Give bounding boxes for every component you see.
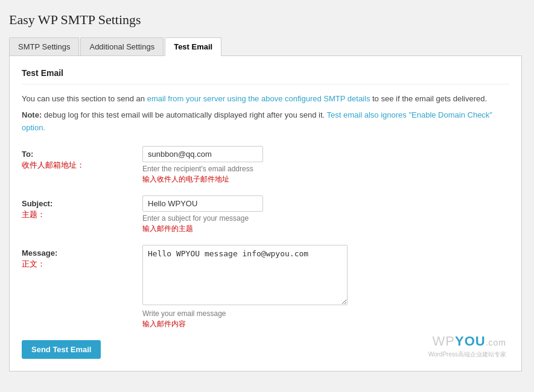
info-paragraph-1: You can use this section to send an emai… [22, 93, 509, 106]
message-label-zh: 正文： [22, 259, 142, 270]
brand-sub: WordPress高端企业建站专家 [428, 350, 506, 359]
footer-branding: WPYOU.com WordPress高端企业建站专家 [428, 334, 506, 359]
tab-smtp-settings[interactable]: SMTP Settings [9, 37, 79, 55]
to-label-col: To: 收件人邮箱地址： [22, 146, 142, 171]
form-row-message: Message: 正文： Write your email message 输入… [22, 245, 509, 329]
message-label-col: Message: 正文： [22, 245, 142, 270]
brand-suffix: .com [486, 338, 506, 347]
subject-input-col: Enter a subject for your message 输入邮件的主题 [142, 195, 509, 234]
form-row-subject: Subject: 主题： Enter a subject for your me… [22, 195, 509, 234]
message-label-en: Message: [22, 248, 142, 258]
to-hint-en: Enter the recipient's email address [142, 165, 509, 173]
to-hint-zh: 输入收件人的电子邮件地址 [142, 174, 509, 185]
tab-test-email[interactable]: Test Email [165, 37, 221, 56]
message-textarea[interactable] [142, 245, 348, 305]
to-input[interactable] [142, 146, 263, 162]
to-label-en: To: [22, 150, 142, 159]
subject-label-zh: 主题： [22, 209, 142, 220]
message-input-col: Write your email message 输入邮件内容 [142, 245, 509, 329]
message-hint-zh: 输入邮件内容 [142, 319, 509, 329]
note-paragraph: Note: debug log for this test email will… [22, 109, 509, 134]
tab-additional-settings[interactable]: Additional Settings [80, 37, 164, 55]
to-label-zh: 收件人邮箱地址： [22, 160, 142, 171]
subject-hint-en: Enter a subject for your message [142, 214, 509, 223]
subject-label-col: Subject: 主题： [22, 195, 142, 220]
subject-input[interactable] [142, 195, 263, 212]
brand-main: WPYOU.com [428, 334, 506, 349]
content-area: Test Email You can use this section to s… [9, 56, 522, 371]
tabs-bar: SMTP Settings Additional Settings Test E… [9, 37, 522, 56]
page-title: Easy WP SMTP Settings [9, 12, 522, 28]
info-link-1: email from your server using the above c… [147, 94, 370, 103]
subject-hint-zh: 输入邮件的主题 [142, 224, 509, 234]
subject-label-en: Subject: [22, 199, 142, 208]
form-row-to: To: 收件人邮箱地址： Enter the recipient's email… [22, 146, 509, 185]
section-title: Test Email [22, 68, 509, 84]
to-input-col: Enter the recipient's email address 输入收件… [142, 146, 509, 185]
brand-you: YOU [455, 334, 486, 349]
message-hint-en: Write your email message [142, 309, 509, 318]
note-link: Test email also ignores "Enable Domain C… [22, 110, 492, 132]
send-test-email-button[interactable]: Send Test Email [22, 340, 101, 359]
